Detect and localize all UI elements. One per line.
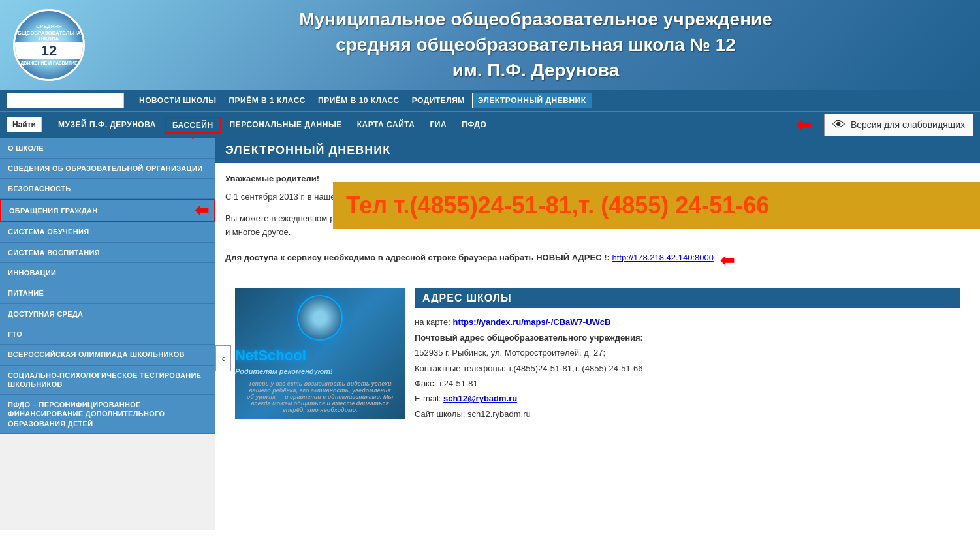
netschool-title-area: NetSchool Родителям рекомендуют! Теперь … [235, 347, 405, 413]
text-block-3: Для доступа к сервису необходимо в адрес… [225, 247, 970, 275]
sidebar-item-pitanie[interactable]: ПИТАНИЕ [0, 283, 215, 303]
arrow-down-icon: ↓ [189, 127, 196, 142]
nav-link-pfdo[interactable]: ПФДО [455, 117, 493, 132]
page-header: СРЕДНЯЯ ОБЩЕОБРАЗОВАТЕЛЬНАЯ ШКОЛА 12 ДВИ… [0, 0, 980, 90]
address-block: АДРЕС ШКОЛЫ на карте: https://yandex.ru/… [405, 282, 970, 428]
top-nav-links: НОВОСТИ ШКОЛЫ ПРИЁМ В 1 КЛАСС ПРИЁМ В 10… [134, 93, 973, 108]
nav-link-gia[interactable]: ГИА [424, 117, 454, 132]
netschool-label: NetSchool [235, 347, 405, 364]
nav-link-roditelyam[interactable]: РОДИТЕЛЯМ [407, 93, 470, 108]
nav-link-personal[interactable]: ПЕРСОНАЛЬНЫЕ ДАННЫЕ [223, 117, 349, 132]
address-line-3: Факс: т.24-51-81 [415, 376, 960, 391]
nav-link-novosti[interactable]: НОВОСТИ ШКОЛЫ [134, 93, 221, 108]
sidebar-item-gto[interactable]: ГТО [0, 324, 215, 345]
sidebar-item-obrashcheniya[interactable]: ОБРАЩЕНИЯ ГРАЖДАН [1, 201, 189, 221]
content-body: Тел т.(4855)24-51-81,т. (4855) 24-51-66 … [215, 163, 980, 439]
address-line-5: Сайт школы: sch12.rybadm.ru [415, 407, 960, 422]
phone-banner: Тел т.(4855)24-51-81,т. (4855) 24-51-66 [333, 182, 980, 229]
netschool-image: NetSchool Родителям рекомендуют! Теперь … [235, 288, 405, 419]
sidebar-item-innovatsii[interactable]: ИННОВАЦИИ [0, 263, 215, 283]
netschool-panel: ‹ NetSchool Родителям рекомендуют! Тепер… [225, 288, 405, 428]
netschool-recommend: Родителям рекомендуют! [235, 367, 405, 375]
sidebar-item-psikhologicheskoe[interactable]: СОЦИАЛЬНО-ПСИХОЛОГИЧЕСКОЕ ТЕСТИРОВАНИЕ Ш… [0, 366, 215, 396]
phone-number: Тел т.(4855)24-51-81,т. (4855) 24-51-66 [346, 192, 769, 219]
sidebar-item-sistema-obucheniya[interactable]: СИСТЕМА ОБУЧЕНИЯ [0, 222, 215, 242]
sidebar-item-dostupnaya-sreda[interactable]: ДОСТУПНАЯ СРЕДА [0, 304, 215, 324]
red-arrow-container: ⬅ [796, 114, 811, 136]
sidebar-item-obrashcheniya-container: ОБРАЩЕНИЯ ГРАЖДАН ⬅ [0, 199, 215, 222]
address-title: АДРЕС ШКОЛЫ [422, 292, 512, 303]
sidebar: О ШКОЛЕ СВЕДЕНИЯ ОБ ОБРАЗОВАТЕЛЬНОЙ ОРГА… [0, 138, 215, 530]
sidebar-item-o-shkole[interactable]: О ШКОЛЕ [0, 138, 215, 159]
nav-row-2: Найти МУЗЕЙ П.Ф. ДЕРУНОВА БАССЕЙН ↓ ПЕРС… [0, 111, 980, 138]
email-label: E-mail: [415, 394, 443, 403]
sidebar-item-pfdo[interactable]: ПФДО – ПЕРСОНИФИЦИРОВАННОЕ ФИНАНСИРОВАНИ… [0, 395, 215, 434]
accessibility-label: Версия для слабовидящих [851, 119, 965, 130]
red-arrow-sidebar-icon: ⬅ [189, 200, 214, 221]
nav-link-karta[interactable]: КАРТА САЙТА [351, 117, 422, 132]
netschool-link[interactable]: http://178.218.42.140:8000 [612, 253, 713, 262]
map-link[interactable]: https://yandex.ru/maps/-/CBaW7-UWcB [452, 317, 610, 327]
title-line2: средняя общеобразовательная школа № 12 [336, 35, 736, 55]
carousel-prev-button[interactable]: ‹ [215, 345, 231, 371]
main-layout: О ШКОЛЕ СВЕДЕНИЯ ОБ ОБРАЗОВАТЕЛЬНОЙ ОРГА… [0, 138, 980, 530]
address-text: на карте: https://yandex.ru/maps/-/CBaW7… [415, 315, 960, 422]
red-arrow-left-icon: ⬅ [796, 115, 811, 135]
address-line-2: Контактные телефоны: т.(4855)24-51-81,т.… [415, 361, 960, 376]
school-title: Муниципальное общеобразовательное учрежд… [104, 7, 967, 84]
main-content: ЭЛЕКТРОННЫЙ ДНЕВНИК Тел т.(4855)24-51-81… [215, 138, 980, 530]
globe-icon [297, 295, 343, 341]
address-line-1: 152935 г. Рыбинск, ул. Моторостроителей,… [415, 345, 960, 360]
nav-link-priem10[interactable]: ПРИЁМ В 10 КЛАСС [313, 93, 405, 108]
sidebar-item-olimpiada[interactable]: ВСЕРОССИЙСКАЯ ОЛИМПИАДА ШКОЛЬНИКОВ [0, 345, 215, 365]
eye-icon: 👁 [832, 117, 846, 132]
nav-link-dnevnik[interactable]: ЭЛЕКТРОННЫЙ ДНЕВНИК [472, 93, 592, 108]
para4-prefix: Для доступа к сервису необходимо в адрес… [225, 253, 610, 262]
address-line-0: Почтовый адрес общеобразовательного учре… [415, 333, 643, 343]
netschool-desc: Теперь у вас есть возможность видеть усп… [235, 381, 405, 413]
address-header: АДРЕС ШКОЛЫ [415, 288, 960, 308]
school-logo: СРЕДНЯЯ ОБЩЕОБРАЗОВАТЕЛЬНАЯ ШКОЛА 12 ДВИ… [13, 9, 91, 81]
search-input[interactable] [7, 93, 124, 108]
sidebar-item-svedeniya[interactable]: СВЕДЕНИЯ ОБ ОБРАЗОВАТЕЛЬНОЙ ОРГАНИЗАЦИИ [0, 159, 215, 179]
bassein-nav-container: БАССЕЙН ↓ [165, 119, 221, 131]
accessibility-button[interactable]: 👁 Версия для слабовидящих [824, 114, 973, 136]
netschool-sub: Родителям рекомендуют! [235, 367, 333, 375]
content-title: ЭЛЕКТРОННЫЙ ДНЕВНИК [225, 144, 390, 157]
para1: Уважаемые родители! [225, 174, 319, 183]
content-header: ЭЛЕКТРОННЫЙ ДНЕВНИК [215, 138, 980, 163]
bottom-section: ‹ NetSchool Родителям рекомендуют! Тепер… [225, 282, 970, 428]
nav-area: НОВОСТИ ШКОЛЫ ПРИЁМ В 1 КЛАСС ПРИЁМ В 10… [0, 90, 980, 138]
red-arrow-link-icon: ⬅ [720, 247, 735, 275]
nav-link-muzey[interactable]: МУЗЕЙ П.Ф. ДЕРУНОВА [52, 117, 163, 132]
search-button[interactable]: Найти [7, 117, 42, 132]
title-line3: им. П.Ф. Дерунова [452, 60, 619, 80]
nav-link-priem1[interactable]: ПРИЁМ В 1 КЛАСС [223, 93, 311, 108]
map-label: на карте: [415, 317, 450, 327]
nav-row-1: НОВОСТИ ШКОЛЫ ПРИЁМ В 1 КЛАСС ПРИЁМ В 10… [0, 90, 980, 111]
sidebar-item-bezopasnost[interactable]: БЕЗОПАСНОСТЬ [0, 179, 215, 199]
title-line1: Муниципальное общеобразовательное учрежд… [299, 9, 772, 29]
bottom-nav-links: МУЗЕЙ П.Ф. ДЕРУНОВА БАССЕЙН ↓ ПЕРСОНАЛЬН… [52, 117, 783, 132]
sidebar-item-sistema-vospitaniya[interactable]: СИСТЕМА ВОСПИТАНИЯ [0, 243, 215, 263]
email-link[interactable]: sch12@rybadm.ru [443, 394, 517, 403]
search-area [7, 93, 124, 108]
